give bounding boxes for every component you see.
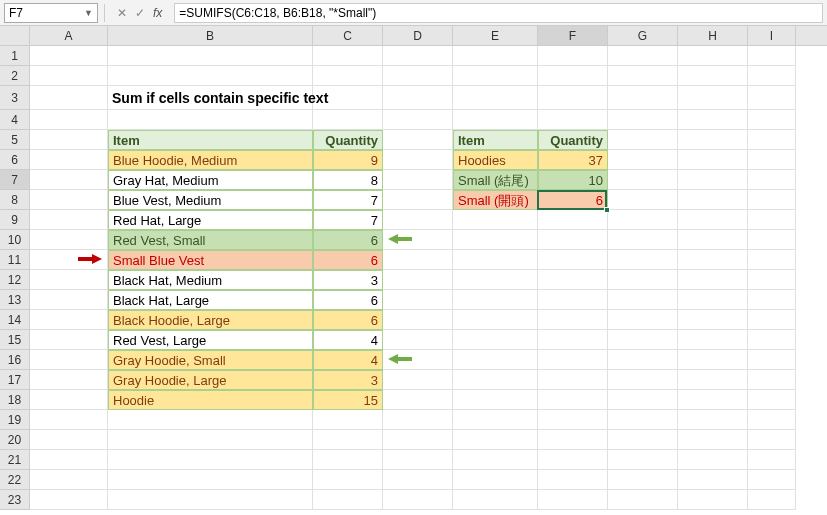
cell[interactable] (30, 230, 108, 250)
cell[interactable] (678, 270, 748, 290)
cancel-icon[interactable]: ✕ (117, 6, 127, 20)
cell[interactable] (678, 390, 748, 410)
cell[interactable] (383, 130, 453, 150)
cell[interactable] (313, 86, 383, 110)
cell[interactable] (748, 310, 796, 330)
row-header[interactable]: 5 (0, 130, 30, 150)
cell[interactable] (383, 410, 453, 430)
cell[interactable] (678, 290, 748, 310)
cell[interactable] (608, 66, 678, 86)
cell[interactable]: 3 (313, 270, 383, 290)
cell[interactable] (608, 190, 678, 210)
cell[interactable] (453, 370, 538, 390)
row-header[interactable]: 9 (0, 210, 30, 230)
row-header[interactable]: 18 (0, 390, 30, 410)
cell[interactable] (383, 310, 453, 330)
cell[interactable]: Item (108, 130, 313, 150)
cell[interactable]: Hoodie (108, 390, 313, 410)
cell[interactable] (30, 370, 108, 390)
cell[interactable] (383, 66, 453, 86)
cell[interactable] (30, 430, 108, 450)
cell[interactable] (608, 170, 678, 190)
cell[interactable]: Quantity (313, 130, 383, 150)
cell[interactable]: Gray Hat, Medium (108, 170, 313, 190)
cell[interactable]: 6 (538, 190, 608, 210)
cell[interactable] (383, 110, 453, 130)
cell[interactable]: Blue Vest, Medium (108, 190, 313, 210)
col-header-I[interactable]: I (748, 26, 796, 45)
cell[interactable] (383, 490, 453, 510)
cell[interactable] (30, 490, 108, 510)
formula-input[interactable]: =SUMIFS(C6:C18, B6:B18, "*Small") (174, 3, 823, 23)
cell[interactable] (453, 66, 538, 86)
cell[interactable]: 4 (313, 330, 383, 350)
cell[interactable] (608, 390, 678, 410)
cell[interactable] (30, 390, 108, 410)
cell[interactable] (678, 86, 748, 110)
cell[interactable]: 4 (313, 350, 383, 370)
cell[interactable]: Item (453, 130, 538, 150)
cell[interactable] (678, 370, 748, 390)
row-header[interactable]: 6 (0, 150, 30, 170)
cell[interactable] (748, 430, 796, 450)
cell[interactable] (748, 270, 796, 290)
cell[interactable] (608, 270, 678, 290)
cell[interactable]: Hoodies (453, 150, 538, 170)
cell[interactable]: 8 (313, 170, 383, 190)
cell[interactable]: 6 (313, 250, 383, 270)
cell[interactable]: Small (結尾) (453, 170, 538, 190)
cell[interactable]: 7 (313, 210, 383, 230)
cell[interactable] (678, 230, 748, 250)
cell[interactable]: 15 (313, 390, 383, 410)
cell[interactable]: 6 (313, 230, 383, 250)
cell[interactable] (453, 230, 538, 250)
col-header-C[interactable]: C (313, 26, 383, 45)
cell[interactable] (538, 470, 608, 490)
cell[interactable] (538, 66, 608, 86)
cell[interactable] (748, 370, 796, 390)
cell[interactable]: 7 (313, 190, 383, 210)
cell[interactable] (383, 390, 453, 410)
cell[interactable] (383, 250, 453, 270)
cell[interactable] (748, 66, 796, 86)
cell[interactable] (108, 470, 313, 490)
cell[interactable] (313, 410, 383, 430)
cell[interactable] (538, 250, 608, 270)
cell[interactable] (538, 230, 608, 250)
cell[interactable]: Black Hat, Medium (108, 270, 313, 290)
col-header-F[interactable]: F (538, 26, 608, 45)
cell[interactable] (748, 490, 796, 510)
cell[interactable] (30, 330, 108, 350)
cell[interactable] (453, 390, 538, 410)
cell[interactable] (608, 150, 678, 170)
cell[interactable] (30, 270, 108, 290)
cell[interactable] (108, 110, 313, 130)
cell[interactable] (678, 46, 748, 66)
cell[interactable] (453, 110, 538, 130)
cell[interactable] (30, 86, 108, 110)
cell[interactable] (383, 150, 453, 170)
cell[interactable] (678, 190, 748, 210)
cell[interactable] (30, 190, 108, 210)
cell[interactable] (538, 290, 608, 310)
cell[interactable] (748, 350, 796, 370)
cell[interactable] (30, 150, 108, 170)
cell[interactable]: Black Hoodie, Large (108, 310, 313, 330)
cell[interactable] (608, 350, 678, 370)
cell[interactable] (30, 66, 108, 86)
row-header[interactable]: 8 (0, 190, 30, 210)
cell[interactable] (608, 370, 678, 390)
cell[interactable] (30, 130, 108, 150)
cell[interactable] (748, 130, 796, 150)
cell[interactable]: 6 (313, 310, 383, 330)
cell[interactable] (538, 430, 608, 450)
col-header-E[interactable]: E (453, 26, 538, 45)
cell[interactable] (30, 170, 108, 190)
cell[interactable] (748, 330, 796, 350)
cell[interactable] (748, 46, 796, 66)
cell[interactable] (453, 470, 538, 490)
cell[interactable] (748, 470, 796, 490)
cell[interactable] (678, 170, 748, 190)
cell[interactable] (678, 470, 748, 490)
row-header[interactable]: 23 (0, 490, 30, 510)
